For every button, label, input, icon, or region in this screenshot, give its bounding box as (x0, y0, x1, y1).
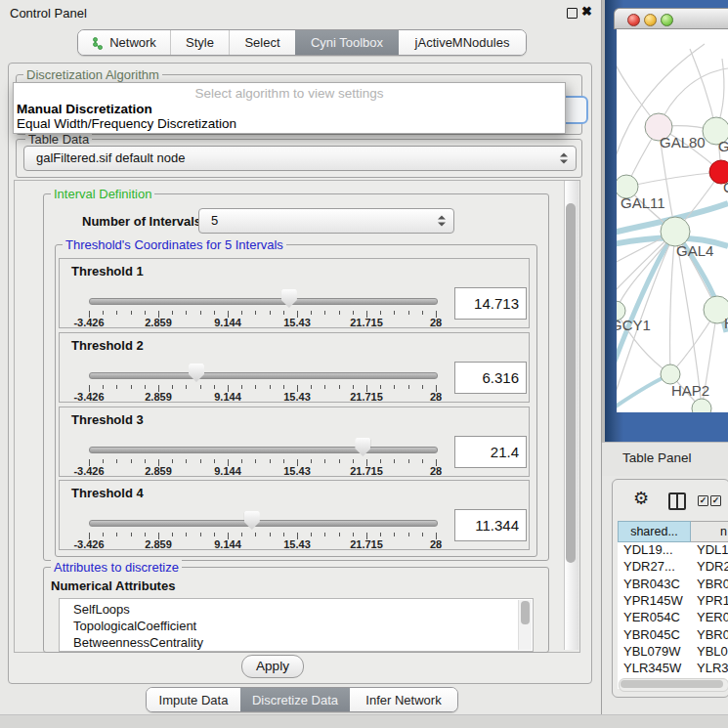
network-node[interactable] (661, 364, 680, 384)
network-tree-icon (92, 36, 104, 50)
axis-tick-label: 21.715 (350, 391, 383, 403)
tab-discretize-data[interactable]: Discretize Data (240, 688, 350, 711)
close-icon[interactable]: ✖ (581, 4, 592, 19)
table-row[interactable]: YPR145WYPR1 (618, 593, 728, 610)
node-attribute-table[interactable]: shared... n YDL19...YDL1YDR27...YDR2YBR0… (618, 521, 728, 689)
checkbox-icon[interactable]: ✓ (698, 495, 708, 506)
slider-handle[interactable] (355, 438, 370, 456)
axis-tick-label: 9.144 (214, 391, 241, 403)
tab-infer-network[interactable]: Infer Network (350, 688, 457, 711)
table-data-value: galFiltered.sif default node (36, 147, 185, 170)
threshold-value-field[interactable]: 11.344 (454, 509, 527, 541)
minimize-traffic-light-icon[interactable] (644, 14, 657, 26)
axis-tick-label: 2.859 (145, 391, 172, 403)
axis-tick-label: 28 (430, 391, 442, 403)
axis-tick-label: 28 (430, 317, 442, 328)
axis-tick-label: -3.426 (73, 317, 104, 328)
threshold-slider-row: Threshold 1-3.4262.8599.14415.4321.71528… (59, 258, 530, 328)
apply-button[interactable]: Apply (241, 655, 304, 678)
tab-network[interactable]: Network (78, 30, 170, 55)
tab-impute-data[interactable]: Impute Data (147, 688, 240, 711)
mode-tab-bar: Impute Data Discretize Data Infer Networ… (146, 687, 458, 712)
dropdown-placeholder-option[interactable]: Select algorithm to view settings (14, 86, 565, 101)
node-label: GAL80 (660, 134, 706, 150)
attribute-list-item[interactable]: TopologicalCoefficient (60, 618, 533, 634)
panel-title: Control Panel (10, 6, 87, 21)
axis-tick-label: 2.859 (145, 538, 172, 550)
slider-handle[interactable] (244, 511, 260, 530)
dropdown-option-equal-width[interactable]: Equal Width/Frequency Discretization (17, 116, 236, 131)
table-row[interactable]: YLR345WYLR3 (618, 661, 728, 677)
vertical-scrollbar-thumb[interactable] (566, 203, 576, 563)
slider-track[interactable] (89, 520, 438, 527)
column-header-shared-name[interactable]: shared... (618, 521, 691, 542)
table-row[interactable]: YBR045CYBR0 (618, 627, 728, 644)
axis-tick-label: 15.43 (283, 317, 311, 328)
axis-tick-label: 9.144 (214, 538, 241, 550)
axis-tick-label: 28 (430, 465, 442, 477)
algorithm-dropdown-popup: Select algorithm to view settings Manual… (13, 82, 566, 134)
axis-tick-label: 21.715 (350, 317, 383, 328)
table-row[interactable]: YBL079WYBL0 (618, 644, 728, 661)
slider-track[interactable] (89, 298, 438, 305)
tab-jactivemnodules[interactable]: jActiveMNodules (399, 30, 526, 55)
slider-track[interactable] (89, 447, 438, 453)
threshold-value-field[interactable]: 6.316 (454, 362, 527, 394)
attribute-list-item[interactable]: SelfLoops (60, 601, 533, 618)
tab-style[interactable]: Style (170, 30, 229, 55)
top-tab-bar: Network Style Select Cyni Toolbox jActiv… (77, 29, 527, 56)
tab-select[interactable]: Select (229, 30, 295, 55)
zoom-traffic-light-icon[interactable] (661, 14, 673, 26)
combo-stepper-icon (560, 153, 567, 164)
slider-track[interactable] (89, 372, 438, 379)
slider-handle[interactable] (281, 289, 297, 308)
axis-tick-label: 2.859 (145, 465, 172, 477)
axis-tick-label: 15.43 (283, 391, 311, 403)
float-window-icon[interactable] (567, 8, 578, 19)
table-row[interactable]: YBR043CYBR0 (618, 577, 728, 593)
threshold-value-field[interactable]: 21.4 (454, 436, 527, 468)
screen: Control Panel ✖ Network Style Select Cyn… (0, 0, 728, 728)
threshold-slider-row: Threshold 3-3.4262.8599.14415.4321.71528… (59, 407, 530, 477)
attribute-list-item[interactable]: BetweennessCentrality (60, 634, 533, 651)
table-data-label: Table Data (25, 132, 92, 147)
threshold-label: Threshold 3 (71, 412, 144, 427)
dropdown-option-manual[interactable]: Manual Discretization (17, 102, 152, 116)
gear-icon[interactable]: ⚙ (633, 490, 649, 507)
network-view-canvas[interactable]: GAL80GCGAL11GAL4GCY1HHAP2 (617, 29, 728, 412)
axis-tick-label: 21.715 (350, 538, 383, 550)
table-row[interactable]: YDL19...YDL1 (618, 542, 728, 559)
list-scrollbar-thumb[interactable] (521, 601, 530, 624)
axis-tick-label: 21.715 (350, 465, 383, 477)
axis-tick-label: 9.144 (214, 317, 241, 328)
discretization-algorithm-label: Discretization Algorithm (23, 67, 162, 82)
numerical-attributes-list[interactable]: SelfLoopsTopologicalCoefficientBetweenne… (59, 598, 534, 652)
split-view-icon[interactable] (668, 492, 686, 510)
interval-definition-label: Interval Definition (51, 187, 154, 201)
node-label: GAL4 (676, 242, 713, 259)
table-row[interactable]: YDR27...YDR2 (618, 559, 728, 576)
thresholds-group-label: Threshold's Coordinates for 5 Intervals (63, 237, 286, 252)
numerical-attributes-label: Numerical Attributes (51, 578, 175, 593)
tab-cyni-toolbox[interactable]: Cyni Toolbox (295, 30, 399, 55)
close-traffic-light-icon[interactable] (627, 14, 640, 26)
threshold-value-field[interactable]: 14.713 (454, 287, 527, 320)
combo-stepper-icon (438, 216, 445, 227)
number-of-intervals-combobox[interactable]: 5 (198, 208, 454, 234)
network-window-titlebar[interactable] (614, 8, 728, 29)
axis-tick-label: 2.859 (145, 317, 172, 328)
node-label: GCY1 (617, 317, 651, 333)
checkbox-icon[interactable]: ✓ (710, 495, 721, 506)
table-data-combobox[interactable]: galFiltered.sif default node (23, 146, 577, 171)
column-header-name[interactable]: n (691, 521, 728, 542)
threshold-label: Threshold 4 (71, 486, 144, 500)
node-label: H (724, 315, 728, 331)
node-label: C (723, 179, 728, 195)
slider-handle[interactable] (189, 364, 204, 382)
table-row[interactable]: YER054CYER0 (618, 610, 728, 626)
footer-band (0, 714, 728, 728)
horizontal-scrollbar-thumb[interactable] (621, 680, 723, 688)
threshold-slider-row: Threshold 4-3.4262.8599.14415.4321.71528… (59, 480, 530, 550)
node-label: GAL11 (621, 194, 665, 211)
node-label: HAP2 (671, 382, 709, 399)
